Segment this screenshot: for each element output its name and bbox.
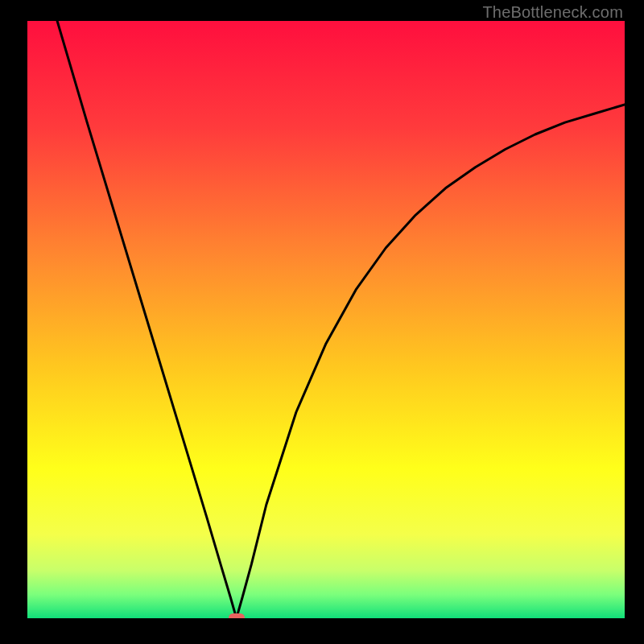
- watermark-text: TheBottleneck.com: [482, 3, 623, 22]
- chart-frame: [27, 21, 625, 618]
- bottleneck-curve: [27, 21, 625, 618]
- optimal-marker: [229, 613, 245, 618]
